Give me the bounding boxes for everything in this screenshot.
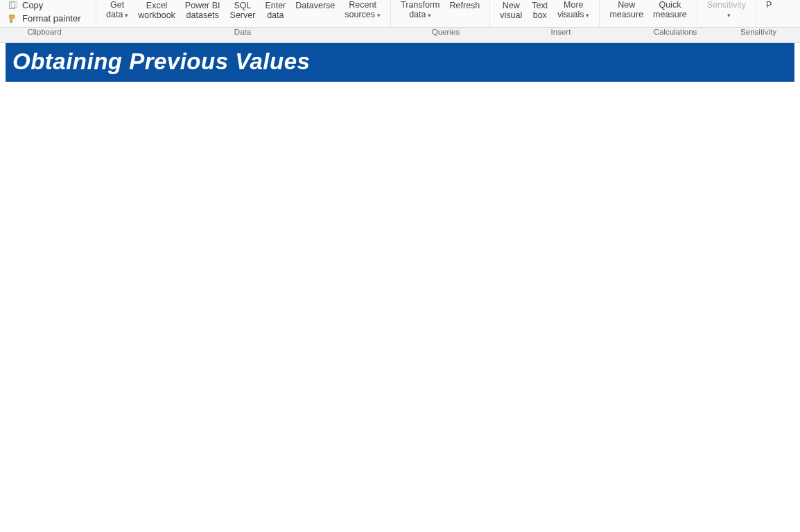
page-title-banner: Obtaining Previous Values bbox=[6, 43, 794, 82]
ribbon-get-button[interactable]: Getdata▾ bbox=[106, 0, 128, 20]
ribbon-text-button[interactable]: Textbox bbox=[532, 1, 548, 20]
report-canvas[interactable]: Obtaining Previous Values ▽ ⛶ ··· WeekEn… bbox=[0, 43, 800, 82]
ribbon-dataverse-button[interactable]: Dataverse bbox=[295, 1, 335, 20]
ribbon-p-button[interactable]: P bbox=[766, 0, 772, 19]
page-title: Obtaining Previous Values bbox=[12, 48, 310, 74]
copy-icon bbox=[8, 1, 18, 10]
group-label-queries: Queries bbox=[397, 28, 495, 42]
ribbon-transform-button[interactable]: Transformdata▾ bbox=[401, 0, 440, 20]
data-group: Getdata▾ExcelworkbookPower BIdatasetsSQL… bbox=[101, 0, 386, 20]
group-label-sensitivity: Sensitivity bbox=[724, 28, 793, 42]
clipboard-group: Copy Format painter bbox=[3, 0, 92, 24]
group-label-calculations: Calculations bbox=[627, 28, 724, 42]
queries-group: Transformdata▾Refresh bbox=[395, 0, 485, 20]
group-label-insert: Insert bbox=[495, 28, 627, 42]
insert-group: NewvisualTextboxMorevisuals▾ bbox=[494, 0, 595, 20]
ribbon: Copy Format painter Getdata▾Excelworkboo… bbox=[0, 0, 800, 28]
ribbon-more-button[interactable]: Morevisuals▾ bbox=[557, 0, 589, 20]
ribbon-sensitivity-button[interactable]: Sensitivity ▾ bbox=[707, 0, 746, 20]
group-label-data: Data bbox=[89, 28, 397, 42]
group-label-clipboard: Clipboard bbox=[0, 28, 89, 42]
format-painter-label: Format painter bbox=[22, 13, 81, 24]
ribbon-group-labels: Clipboard Data Queries Insert Calculatio… bbox=[0, 28, 800, 43]
copy-button[interactable]: Copy bbox=[3, 0, 92, 10]
copy-label: Copy bbox=[22, 0, 43, 10]
ribbon-power-bi-button[interactable]: Power BIdatasets bbox=[185, 1, 220, 20]
ribbon-excel-button[interactable]: Excelworkbook bbox=[138, 1, 175, 20]
sensitivity-group: Sensitivity ▾ bbox=[702, 0, 751, 20]
ribbon-sql-button[interactable]: SQLServer bbox=[230, 1, 256, 20]
ribbon-new-button[interactable]: Newvisual bbox=[500, 1, 522, 20]
ribbon-quick-button[interactable]: Quickmeasure bbox=[653, 0, 687, 19]
format-painter-icon bbox=[8, 14, 18, 24]
format-painter-button[interactable]: Format painter bbox=[3, 13, 92, 24]
ribbon-refresh-button[interactable]: Refresh bbox=[450, 1, 480, 20]
publish-group: P bbox=[760, 0, 777, 19]
ribbon-enter-button[interactable]: Enterdata bbox=[265, 1, 286, 20]
ribbon-recent-button[interactable]: Recentsources▾ bbox=[345, 0, 381, 20]
ribbon-new-button[interactable]: Newmeasure bbox=[609, 0, 643, 19]
calculations-group: NewmeasureQuickmeasure bbox=[604, 0, 692, 19]
